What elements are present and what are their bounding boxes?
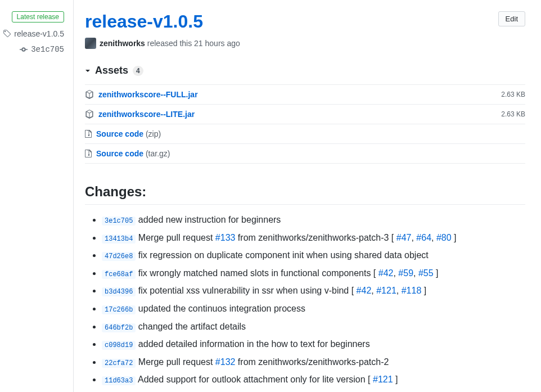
chevron-down-icon <box>85 68 91 74</box>
assets-count: 4 <box>133 66 143 76</box>
change-item: 17c266b updated the continuos integratio… <box>102 301 525 316</box>
author-link[interactable]: zenithworks <box>100 39 145 48</box>
change-text: Merge pull request <box>136 357 215 367</box>
tag-icon <box>3 29 11 38</box>
sidebar-tag[interactable]: release-v1.0.5 <box>0 29 64 38</box>
issue-link[interactable]: #80 <box>436 233 452 242</box>
commit-hash[interactable]: 47d26e8 <box>102 252 136 261</box>
issue-link[interactable]: #121 <box>373 375 393 384</box>
change-text: updated the continuos integration proces… <box>136 304 305 313</box>
issue-link[interactable]: #64 <box>416 233 431 242</box>
change-item: 11d63a3 Added support for outlook attach… <box>102 372 525 387</box>
sidebar-tag-label: release-v1.0.5 <box>14 29 64 38</box>
change-text: ] <box>421 286 426 295</box>
release-main: Edit release-v1.0.5 zenithworks released… <box>74 0 541 392</box>
commit-hash[interactable]: 22cfa72 <box>102 359 136 368</box>
edit-button[interactable]: Edit <box>498 11 525 26</box>
change-item: 22cfa72 Merge pull request #132 from zen… <box>102 355 525 370</box>
change-text: from zenithworks/zenithworks-patch-2 <box>235 357 389 367</box>
pr-link[interactable]: #133 <box>215 233 236 242</box>
change-text: added new instruction for beginners <box>136 215 281 224</box>
change-text: ] <box>452 233 457 242</box>
release-time: released this 21 hours ago <box>145 39 240 48</box>
asset-row: zenithworkscore--FULL.jar2.63 KB <box>85 84 525 104</box>
change-text: Added support for outlook attachment onl… <box>136 375 373 384</box>
issue-link[interactable]: #121 <box>376 286 396 295</box>
change-text: Merge pull request <box>136 233 215 242</box>
asset-size: 2.63 KB <box>501 91 525 98</box>
commit-hash[interactable]: fce68af <box>102 270 136 279</box>
asset-suffix: (zip) <box>143 129 161 138</box>
asset-link[interactable]: Source code (tar.gz) <box>96 149 170 158</box>
sidebar-commit[interactable]: 3e1c705 <box>0 45 64 54</box>
assets-toggle[interactable]: Assets 4 <box>85 65 525 76</box>
change-text: fix wrongly matched named slots in funct… <box>136 268 378 278</box>
issue-link[interactable]: #118 <box>402 286 422 295</box>
change-item: c098d19 added detailed information in th… <box>102 337 525 352</box>
change-text: added detailed information in the how to… <box>136 339 369 349</box>
change-item: 3e1c705 added new instruction for beginn… <box>102 213 525 227</box>
commit-hash[interactable]: 3e1c705 <box>102 217 136 226</box>
commit-hash[interactable]: 17c266b <box>102 305 136 314</box>
issue-link[interactable]: #47 <box>396 233 412 242</box>
sidebar-commit-hash: 3e1c705 <box>31 45 64 54</box>
commit-hash[interactable]: c098d19 <box>102 341 136 350</box>
change-text: from zenithworks/zenithworks-patch-3 [ <box>235 233 396 242</box>
change-item: 47d26e8 fix regression on duplicate comp… <box>102 248 525 263</box>
change-text: ] <box>393 375 398 384</box>
commit-hash[interactable]: 646bf2b <box>102 323 136 332</box>
change-text: ] <box>434 268 439 278</box>
release-meta: zenithworks released this 21 hours ago <box>85 38 525 49</box>
commit-hash[interactable]: b3d4396 <box>102 287 136 296</box>
changes-list: 3e1c705 added new instruction for beginn… <box>85 213 525 387</box>
change-item: 646bf2b changed the artifact details <box>102 319 525 334</box>
release-sidebar: Latest release release-v1.0.5 3e1c705 <box>0 0 74 392</box>
latest-release-badge: Latest release <box>12 11 64 22</box>
asset-link[interactable]: zenithworkscore--FULL.jar <box>98 90 198 99</box>
avatar[interactable] <box>85 38 96 49</box>
commit-hash[interactable]: 11d63a3 <box>102 376 136 385</box>
change-item: fce68af fix wrongly matched named slots … <box>102 266 525 281</box>
issue-link[interactable]: #55 <box>418 268 434 278</box>
issue-link[interactable]: #42 <box>357 286 372 295</box>
asset-link[interactable]: Source code (zip) <box>96 129 161 138</box>
package-icon <box>85 90 94 99</box>
asset-size: 2.63 KB <box>501 110 525 118</box>
asset-row: Source code (tar.gz) <box>85 143 525 164</box>
change-text: fix potential xss vulnerability in ssr w… <box>136 286 356 295</box>
commit-hash[interactable]: 13413b4 <box>102 235 136 244</box>
change-text: fix regression on duplicate component in… <box>136 250 428 260</box>
change-item: 13413b4 Merge pull request #133 from zen… <box>102 231 525 245</box>
issue-link[interactable]: #59 <box>398 268 413 278</box>
issue-link[interactable]: #42 <box>378 268 394 278</box>
asset-suffix: (tar.gz) <box>143 149 170 158</box>
changes-heading: Changes: <box>85 184 525 205</box>
asset-row: Source code (zip) <box>85 124 525 143</box>
assets-title: Assets <box>95 65 128 76</box>
change-text: changed the artifact details <box>136 322 246 331</box>
change-item: b3d4396 fix potential xss vulnerability … <box>102 283 525 298</box>
zip-icon <box>85 129 92 138</box>
asset-link[interactable]: zenithworkscore--LITE.jar <box>98 110 195 119</box>
commit-icon <box>20 46 28 53</box>
release-title[interactable]: release-v1.0.5 <box>85 11 525 32</box>
package-icon <box>85 110 94 119</box>
asset-row: zenithworkscore--LITE.jar2.63 KB <box>85 104 525 124</box>
assets-list: zenithworkscore--FULL.jar2.63 KBzenithwo… <box>85 84 525 164</box>
zip-icon <box>85 149 92 158</box>
pr-link[interactable]: #132 <box>215 357 236 367</box>
